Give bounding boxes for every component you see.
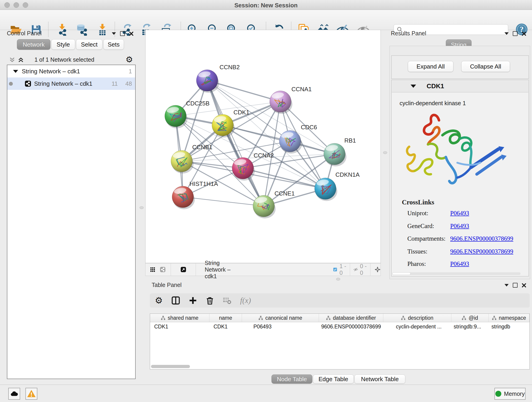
network-edge-count: 48 [125, 80, 132, 87]
column-header[interactable]: canonical name [242, 314, 319, 322]
cell-shared-name[interactable]: CDK1 [150, 322, 209, 330]
import-network-database-icon[interactable] [75, 23, 88, 36]
column-header[interactable]: namespace [489, 314, 530, 322]
function-builder-icon[interactable]: f(x) [240, 296, 251, 305]
network-options-gear-icon[interactable]: ⚙ [126, 56, 133, 64]
toolbar-separator [48, 22, 49, 37]
toolbar-separator [370, 263, 370, 276]
toolbar-separator [171, 263, 171, 276]
network-view-title: String Network – cdk1 [205, 260, 237, 280]
string-view-icon[interactable] [160, 265, 166, 274]
crosslink-link[interactable]: P06493 [450, 260, 469, 268]
network-collection-row[interactable]: String Network – cdk1 1 [7, 65, 135, 77]
tab-network-table[interactable]: Network Table [355, 375, 405, 384]
column-header[interactable]: shared name [150, 314, 209, 322]
table-settings-gear-icon[interactable]: ⚙ [155, 296, 163, 305]
import-table-icon[interactable] [96, 23, 109, 36]
table-scrollbar-thumb[interactable] [151, 365, 190, 368]
table-panel-menu-icon[interactable] [505, 284, 509, 287]
collection-label: String Network – cdk1 [22, 68, 80, 75]
delete-column-icon[interactable] [206, 296, 214, 305]
crosslink-link[interactable]: 9606.ENSP00000378699 [450, 235, 513, 242]
gene-section-header[interactable]: CDK1 [392, 80, 528, 92]
import-network-file-icon[interactable] [56, 23, 69, 36]
tab-sets[interactable]: Sets [103, 39, 124, 50]
main-toolbar: ? [0, 10, 532, 30]
tab-style[interactable]: Style [51, 39, 75, 50]
column-type-icon [462, 316, 466, 320]
cell-canonical-name[interactable]: P06493 [242, 322, 319, 330]
control-panel-float-icon[interactable] [120, 31, 125, 36]
network-graph[interactable]: CCNB2CCNA1CDC25BCDK1CDC6RB1CCNB1CCNA2CDK… [146, 30, 380, 263]
tab-network[interactable]: Network [17, 39, 51, 50]
gene-collapse-arrow-icon[interactable] [411, 85, 416, 88]
delete-table-icon[interactable] [223, 296, 231, 305]
collapse-all-button[interactable]: Collapse All [461, 61, 510, 72]
collection-expand-arrow-icon[interactable] [13, 70, 18, 73]
cell-name[interactable]: CDK1 [209, 322, 242, 330]
tab-node-table[interactable]: Node Table [272, 375, 312, 384]
cell-id[interactable]: stringdb:9... [451, 322, 489, 330]
crosslink-link[interactable]: P06493 [450, 210, 469, 217]
results-scrollbar-track[interactable] [392, 272, 520, 275]
crosslink-label: Compartments: [407, 235, 445, 242]
column-header[interactable]: name [209, 314, 242, 322]
warning-icon [27, 389, 36, 398]
birds-eye-view-icon[interactable] [375, 264, 380, 274]
expand-all-button[interactable]: Expand All [408, 61, 453, 72]
gene-description: cyclin-dependent kinase 1 [399, 100, 466, 107]
network-canvas[interactable]: CCNB2CCNA1CDC25BCDK1CDC6RB1CCNB1CCNA2CDK… [145, 30, 381, 263]
control-panel-title: Control Panel [7, 30, 41, 37]
node-label-CCNB1: CCNB1 [192, 144, 212, 151]
left-splitter-handle[interactable] [139, 206, 144, 209]
crosslink-label: Pharos: [407, 260, 426, 268]
control-panel-menu-icon[interactable] [112, 32, 116, 35]
grid-view-icon[interactable] [150, 265, 155, 274]
hidden-node-edge-counts: 0 - 0 [360, 263, 367, 276]
network-view-toolbar: String Network – cdk1 1 - 0 0 - 0 [145, 263, 381, 276]
network-node-count: 11 [112, 80, 118, 87]
network-label: String Network – cdk1 [34, 80, 92, 87]
network-status-dot-icon [9, 82, 13, 86]
right-splitter-handle[interactable] [383, 151, 387, 154]
control-panel-close-icon[interactable] [129, 32, 133, 36]
results-scrollbar-thumb[interactable] [392, 272, 411, 275]
table-panel-float-icon[interactable] [513, 283, 518, 288]
node-label-CCNB2: CCNB2 [220, 64, 240, 70]
table-row[interactable]: CDK1 CDK1 P06493 9606.ENSP00000378699 cy… [150, 322, 530, 330]
node-label-CCNA2: CCNA2 [254, 152, 274, 159]
cell-description[interactable]: cyclin-dependent ... [383, 322, 451, 330]
results-panel-close-icon[interactable] [522, 32, 526, 36]
add-column-icon[interactable] [189, 296, 197, 305]
tab-select[interactable]: Select [76, 39, 102, 50]
column-type-icon [259, 316, 263, 320]
selected-checkbox-icon[interactable] [333, 266, 337, 273]
memory-status-dot-icon [495, 391, 501, 397]
cell-namespace[interactable]: stringdb [489, 322, 530, 330]
network-row[interactable]: String Network – cdk1 11 48 [7, 77, 135, 90]
node-label-CDK1: CDK1 [234, 109, 249, 116]
show-columns-icon[interactable] [171, 296, 180, 305]
crosslinks-heading: CrossLinks [402, 198, 434, 206]
results-panel-menu-icon[interactable] [505, 32, 509, 35]
crosslink-link[interactable]: 9606.ENSP00000378699 [450, 248, 513, 255]
column-header[interactable]: database identifier [319, 314, 383, 322]
table-panel-close-icon[interactable] [522, 283, 526, 288]
column-type-icon [401, 316, 405, 320]
horizontal-splitter-handle[interactable] [336, 278, 340, 281]
node-label-CDC6: CDC6 [301, 124, 317, 131]
column-header[interactable]: description [383, 314, 451, 322]
crosslink-link[interactable]: P06493 [450, 223, 469, 230]
open-in-window-icon[interactable] [181, 265, 186, 274]
column-type-icon [161, 316, 165, 320]
toolbar-separator [350, 263, 350, 276]
cloud-status-button[interactable] [8, 388, 20, 400]
cell-database-identifier[interactable]: 9606.ENSP00000378699 [319, 322, 383, 330]
warnings-button[interactable] [25, 388, 37, 400]
results-panel-float-icon[interactable] [513, 31, 518, 36]
column-header[interactable]: @id [451, 314, 489, 322]
table-panel-title: Table Panel [152, 282, 182, 288]
memory-button[interactable]: Memory [494, 388, 526, 400]
tab-edge-table[interactable]: Edge Table [313, 375, 354, 384]
node-label-CCNE1: CCNE1 [274, 190, 295, 197]
